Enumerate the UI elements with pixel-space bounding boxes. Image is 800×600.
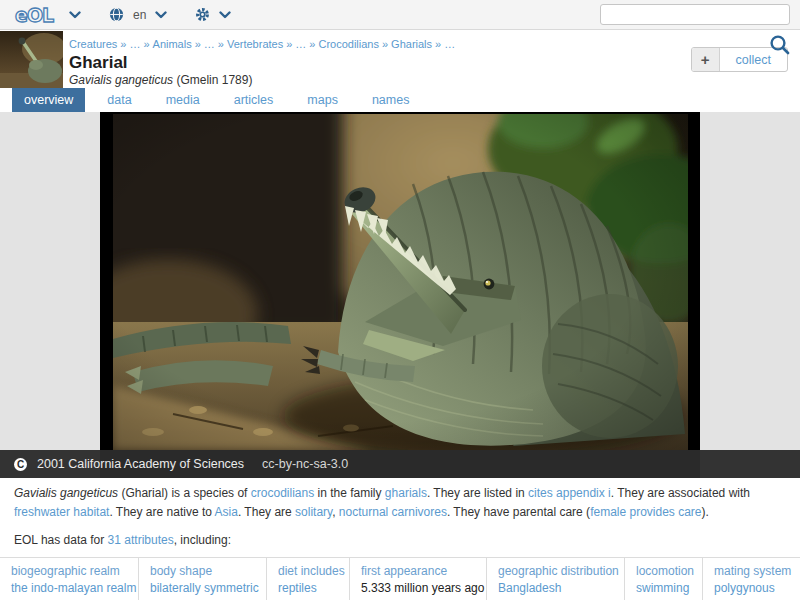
copyright-icon: C xyxy=(14,458,27,471)
article-text: (Gharial) is a species of xyxy=(118,486,251,500)
plus-icon[interactable]: + xyxy=(692,48,720,71)
article-text: , xyxy=(332,505,339,519)
attributes-count-link[interactable]: 31 attributes xyxy=(108,533,174,547)
eol-logo[interactable]: eOL xyxy=(14,3,60,27)
breadcrumb-separator: » xyxy=(120,38,126,50)
article-link-nocturnal-carnivores[interactable]: nocturnal carnivores xyxy=(339,505,447,519)
attributes-table: biogeographic realm the indo-malayan rea… xyxy=(0,557,800,600)
breadcrumb-item[interactable]: … xyxy=(295,38,306,50)
attr-label[interactable]: diet includes xyxy=(278,563,338,580)
article-link-cites[interactable]: cites appendix i xyxy=(528,486,611,500)
article-text: . They are listed in xyxy=(427,486,528,500)
article-link-asia[interactable]: Asia xyxy=(215,505,238,519)
top-navigation-bar: eOL en xyxy=(0,0,800,30)
breadcrumb-item[interactable]: Animals xyxy=(153,38,192,50)
breadcrumb-separator: » xyxy=(286,38,292,50)
taxon-tabs: overview data media articles maps names xyxy=(0,88,800,112)
scientific-name-line: Gavialis gangeticus (Gmelin 1789) xyxy=(69,73,800,87)
attr-cell-locomotion: locomotion swimming xyxy=(625,558,703,600)
article-text: in the family xyxy=(314,486,385,500)
media-frame xyxy=(100,112,700,478)
data-summary-suffix: , including: xyxy=(174,533,231,547)
article-link-crocodilians[interactable]: crocodilians xyxy=(251,486,314,500)
scientific-name: Gavialis gangeticus xyxy=(69,73,173,87)
breadcrumb-item[interactable]: … xyxy=(204,38,215,50)
article-text: . They are native to xyxy=(109,505,214,519)
tab-overview[interactable]: overview xyxy=(12,88,85,112)
search-icon[interactable] xyxy=(769,34,791,56)
attr-cell-geographic-distribution: geographic distribution Bangladesh xyxy=(487,558,625,600)
attr-cell-mating-system: mating system polygynous xyxy=(703,558,800,600)
media-band: C 2001 California Academy of Sciences cc… xyxy=(0,112,800,478)
article-text: . They have parental care ( xyxy=(447,505,590,519)
attr-cell-diet-includes: diet includes reptiles xyxy=(267,558,350,600)
article-link-gharials[interactable]: gharials xyxy=(385,486,427,500)
article-text: . They are xyxy=(238,505,295,519)
attr-label[interactable]: geographic distribution xyxy=(498,563,613,580)
article-text: ). xyxy=(702,505,709,519)
tab-names[interactable]: names xyxy=(360,88,422,112)
taxon-thumbnail[interactable] xyxy=(0,31,63,88)
eol-logo-text: eOL xyxy=(15,4,54,26)
tab-maps[interactable]: maps xyxy=(295,88,350,112)
eol-taxon-page: eOL en xyxy=(0,0,800,600)
attr-value[interactable]: bilaterally symmetric xyxy=(150,580,255,597)
settings-dropdown-chevron-icon[interactable] xyxy=(219,11,231,19)
attr-label[interactable]: locomotion xyxy=(636,563,691,580)
license-link[interactable]: cc-by-nc-sa-3.0 xyxy=(262,457,348,471)
attr-value[interactable]: polygynous xyxy=(714,580,789,597)
breadcrumb-separator: » xyxy=(309,38,315,50)
settings-gear-icon[interactable] xyxy=(195,7,210,22)
data-summary: EOL has data for 31 attributes, includin… xyxy=(14,532,786,548)
attr-label[interactable]: first appearance xyxy=(361,563,475,580)
data-summary-prefix: EOL has data for xyxy=(14,533,108,547)
attr-value: 5.333 million years ago xyxy=(361,580,475,597)
authority: (Gmelin 1789) xyxy=(173,73,252,87)
attr-label[interactable]: biogeographic realm xyxy=(11,563,127,580)
attr-cell-first-appearance: first appearance 5.333 million years ago xyxy=(350,558,487,600)
tab-articles[interactable]: articles xyxy=(222,88,286,112)
taxon-header: Creatures»…»Animals»…»Vertebrates»…»Croc… xyxy=(0,30,800,88)
attr-label[interactable]: mating system xyxy=(714,563,789,580)
breadcrumb-separator: » xyxy=(195,38,201,50)
logo-dropdown-chevron-icon[interactable] xyxy=(69,11,81,19)
article-sci-name: Gavialis gangeticus xyxy=(14,486,118,500)
breadcrumb-item[interactable]: Creatures xyxy=(69,38,117,50)
breadcrumb-separator: » xyxy=(143,38,149,50)
attr-value[interactable]: swimming xyxy=(636,580,691,597)
breadcrumb-item[interactable]: Crocodilians xyxy=(318,38,379,50)
breadcrumb-item[interactable]: Vertebrates xyxy=(227,38,283,50)
breadcrumb-separator: » xyxy=(382,38,388,50)
breadcrumb-item[interactable]: … xyxy=(129,38,140,50)
attr-cell-body-shape: body shape bilaterally symmetric xyxy=(139,558,267,600)
attr-cell-biogeographic-realm: biogeographic realm the indo-malayan rea… xyxy=(0,558,139,600)
attr-value[interactable]: the indo-malayan realm xyxy=(11,580,127,597)
article-paragraph: Gavialis gangeticus (Gharial) is a speci… xyxy=(14,484,786,522)
search-input[interactable] xyxy=(600,4,790,25)
attr-label[interactable]: body shape xyxy=(150,563,255,580)
language-dropdown-chevron-icon[interactable] xyxy=(155,11,167,19)
credit-text: 2001 California Academy of Sciences xyxy=(37,457,244,471)
main-photo-gharial[interactable] xyxy=(113,114,688,450)
overview-content: Gavialis gangeticus (Gharial) is a speci… xyxy=(0,478,800,600)
article-link-parental-care[interactable]: female provides care xyxy=(590,505,701,519)
breadcrumb-item[interactable]: Gharials xyxy=(391,38,432,50)
tab-media[interactable]: media xyxy=(154,88,212,112)
tab-data[interactable]: data xyxy=(95,88,143,112)
breadcrumb-separator: » xyxy=(435,38,441,50)
language-label: en xyxy=(133,8,146,22)
attr-value[interactable]: Bangladesh xyxy=(498,580,613,597)
breadcrumb-item[interactable]: … xyxy=(444,38,455,50)
article-link-freshwater-habitat[interactable]: freshwater habitat xyxy=(14,505,109,519)
attr-value[interactable]: reptiles xyxy=(278,580,338,597)
article-text: . They are associated with xyxy=(611,486,750,500)
breadcrumb-separator: » xyxy=(218,38,224,50)
credit-bar: C 2001 California Academy of Sciences cc… xyxy=(0,450,800,478)
article-link-solitary[interactable]: solitary xyxy=(295,505,332,519)
globe-icon[interactable] xyxy=(109,7,124,22)
